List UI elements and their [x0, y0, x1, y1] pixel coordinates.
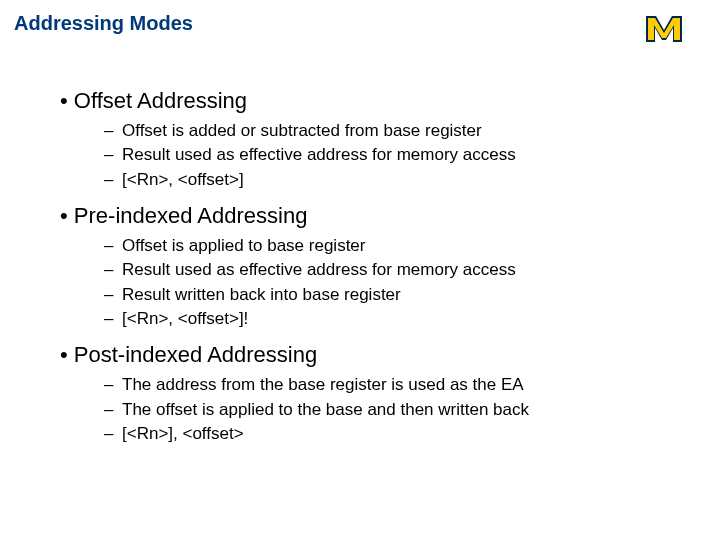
list-item-text: The offset is applied to the base and th…	[122, 400, 529, 419]
list-item-text: Result used as effective address for mem…	[122, 145, 516, 164]
list-item-text: [<Rn>], <offset>	[122, 424, 244, 443]
section-heading: Pre-indexed Addressing	[60, 201, 690, 231]
list-item-text: Offset is applied to base register	[122, 236, 366, 255]
content-area: Offset Addressing –Offset is added or su…	[60, 80, 690, 455]
list-item-text: The address from the base register is us…	[122, 375, 524, 394]
list-item-text: Offset is added or subtracted from base …	[122, 121, 482, 140]
list-item: –[<Rn>, <offset>]	[104, 169, 690, 191]
section-offset: Offset Addressing –Offset is added or su…	[60, 86, 690, 191]
list-item: –Result written back into base register	[104, 284, 690, 306]
list-item-text: [<Rn>, <offset>]!	[122, 309, 248, 328]
list-item-text: Result used as effective address for mem…	[122, 260, 516, 279]
list-item: –Offset is applied to base register	[104, 235, 690, 257]
list-item: –[<Rn>], <offset>	[104, 423, 690, 445]
list-item: –[<Rn>, <offset>]!	[104, 308, 690, 330]
slide: Addressing Modes Offset Addressing –Offs…	[0, 0, 720, 540]
list-item: –Result used as effective address for me…	[104, 259, 690, 281]
section-preindexed: Pre-indexed Addressing –Offset is applie…	[60, 201, 690, 330]
list-item: –Offset is added or subtracted from base…	[104, 120, 690, 142]
list-item: –Result used as effective address for me…	[104, 144, 690, 166]
university-logo-icon	[642, 6, 702, 46]
list-item-text: Result written back into base register	[122, 285, 401, 304]
list-item: –The offset is applied to the base and t…	[104, 399, 690, 421]
list-item: –The address from the base register is u…	[104, 374, 690, 396]
list-item-text: [<Rn>, <offset>]	[122, 170, 244, 189]
section-heading: Post-indexed Addressing	[60, 340, 690, 370]
slide-title: Addressing Modes	[14, 12, 193, 35]
section-postindexed: Post-indexed Addressing –The address fro…	[60, 340, 690, 445]
section-heading: Offset Addressing	[60, 86, 690, 116]
